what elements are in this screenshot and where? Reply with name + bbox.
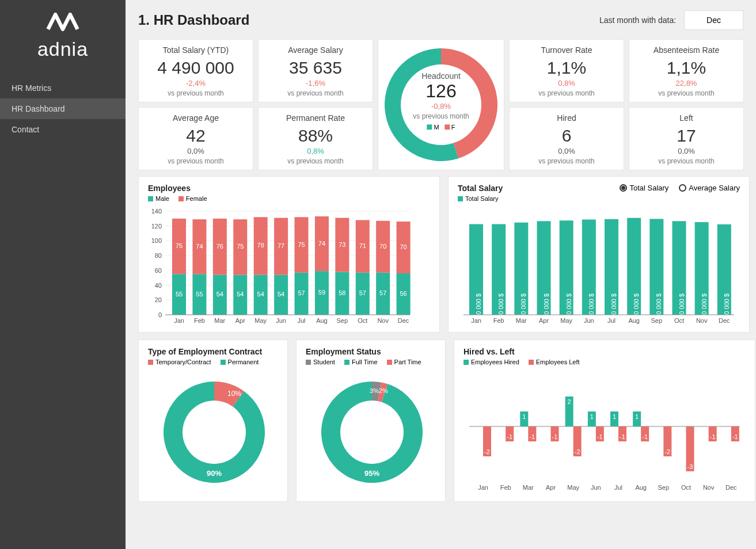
svg-text:Jun: Jun	[276, 317, 286, 324]
svg-text:57: 57	[379, 289, 386, 296]
kpi-hired: Hired 6 0,0% vs previous month	[509, 107, 624, 170]
chart-title: Hired vs. Left	[464, 347, 746, 356]
svg-text:57: 57	[359, 289, 366, 296]
card-contract: Type of Employment Contract Temporary/Co…	[138, 340, 288, 502]
kpi-absenteeism: Absenteeism Rate 1,1% 22,8% vs previous …	[629, 39, 744, 102]
svg-text:54: 54	[278, 291, 284, 298]
svg-text:Jan: Jan	[471, 317, 481, 324]
svg-text:77: 77	[278, 242, 284, 249]
kpi-note: vs previous month	[168, 89, 223, 97]
svg-text:Aug: Aug	[628, 317, 640, 324]
svg-text:Mar: Mar	[516, 317, 527, 324]
svg-text:70: 70	[400, 243, 407, 250]
svg-text:1: 1	[635, 413, 639, 420]
legend-male: Male	[155, 195, 169, 202]
svg-text:80: 80	[155, 252, 162, 259]
card-employees: Employees Male Female 020406080100120140…	[138, 176, 440, 333]
kpi-value: 6	[562, 126, 572, 146]
svg-text:10%: 10%	[227, 390, 241, 398]
svg-text:Nov: Nov	[377, 317, 389, 324]
legend-hired: Employees Hired	[471, 359, 519, 365]
kpi-headcount-donut: Headcount 126 -0,8% vs previous month M …	[378, 39, 504, 170]
svg-text:-1: -1	[732, 433, 738, 440]
kpi-value: 42	[186, 126, 205, 146]
kpi-label: Total Salary (YTD)	[163, 45, 229, 55]
contract-donut: 10%90%	[148, 369, 280, 490]
nav: HR Metrics HR Dashboard Contact	[0, 78, 126, 140]
main: 1. HR Dashboard Last month with data: De…	[126, 0, 756, 549]
card-status: Employment Status Student Full Time Part…	[296, 340, 446, 502]
svg-text:1: 1	[590, 413, 594, 420]
legend-female: Female	[186, 195, 207, 202]
svg-text:60: 60	[155, 267, 162, 274]
svg-text:-2: -2	[664, 448, 670, 455]
svg-text:Oct: Oct	[681, 484, 691, 491]
chart-title: Employment Status	[306, 347, 436, 356]
kpi-note: vs previous month	[658, 89, 714, 97]
svg-text:May: May	[560, 317, 572, 324]
svg-text:Dec: Dec	[398, 317, 409, 324]
chart-title: Type of Employment Contract	[148, 347, 278, 356]
hired-left-chart: -2Jan-1Feb1-1Mar-1Apr2-2May1-1Jun1-1Jul1…	[464, 369, 746, 495]
svg-text:Jun: Jun	[584, 317, 594, 324]
status-donut: 3%2%95%	[306, 369, 438, 490]
radio-label: Average Salary	[689, 184, 740, 192]
nav-hr-dashboard[interactable]: HR Dashboard	[0, 98, 126, 119]
chart-title: Employees	[148, 184, 430, 193]
card-total-salary: Total Salary Total Salary Total Salary A…	[448, 176, 750, 333]
svg-text:120: 120	[151, 223, 162, 230]
last-month-select[interactable]: Dec	[684, 10, 743, 30]
svg-text:0: 0	[158, 311, 162, 318]
legend-f: F	[451, 124, 455, 131]
kpi-delta: -1,6%	[306, 79, 325, 87]
svg-text:3%2%: 3%2%	[370, 387, 388, 394]
radio-total-salary[interactable]: Total Salary	[620, 184, 668, 192]
svg-text:Jan: Jan	[478, 484, 488, 491]
kpi-label: Left	[679, 113, 693, 123]
last-month-label: Last month with data:	[599, 16, 676, 25]
svg-text:Jan: Jan	[174, 317, 184, 324]
svg-text:55: 55	[176, 291, 183, 298]
svg-text:140: 140	[151, 208, 162, 215]
kpi-grid: Total Salary (YTD) 4 490 000 -2,4% vs pr…	[138, 39, 743, 170]
svg-text:75: 75	[237, 243, 244, 250]
svg-text:Jun: Jun	[591, 484, 601, 491]
svg-text:Apr: Apr	[546, 484, 556, 491]
svg-text:Oct: Oct	[674, 317, 684, 324]
svg-text:76: 76	[216, 243, 223, 250]
radio-average-salary[interactable]: Average Salary	[679, 184, 740, 192]
card-hired-left: Hired vs. Left Employees Hired Employees…	[454, 340, 755, 502]
svg-text:Sep: Sep	[651, 317, 663, 324]
svg-text:20: 20	[155, 296, 162, 303]
kpi-value: 1,1%	[667, 58, 706, 78]
kpi-delta: -2,4%	[186, 79, 206, 87]
legend-m: M	[434, 124, 439, 131]
svg-text:Oct: Oct	[358, 317, 367, 324]
svg-text:Feb: Feb	[493, 317, 504, 324]
svg-text:Nov: Nov	[703, 484, 715, 491]
svg-text:54: 54	[216, 291, 223, 298]
svg-text:56: 56	[400, 290, 407, 297]
svg-text:Mar: Mar	[214, 317, 225, 324]
legend-perm: Permanent	[228, 359, 259, 365]
svg-text:Mar: Mar	[523, 484, 534, 491]
svg-text:Jul: Jul	[297, 317, 305, 324]
svg-text:54: 54	[237, 291, 244, 298]
svg-text:40: 40	[155, 282, 162, 289]
svg-text:-1: -1	[642, 433, 648, 440]
kpi-delta: 0,0%	[678, 147, 695, 155]
svg-text:95%: 95%	[364, 469, 379, 478]
svg-text:-1: -1	[597, 433, 603, 440]
kpi-turnover: Turnover Rate 1,1% 0,8% vs previous mont…	[509, 39, 624, 102]
kpi-note: vs previous month	[658, 157, 714, 165]
svg-text:Dec: Dec	[719, 317, 730, 324]
nav-hr-metrics[interactable]: HR Metrics	[0, 78, 126, 98]
page-title: 1. HR Dashboard	[138, 12, 249, 28]
svg-text:74: 74	[318, 240, 325, 247]
kpi-value: 35 635	[289, 58, 342, 78]
brand-logo: adnia	[37, 10, 88, 60]
svg-text:-1: -1	[552, 433, 558, 440]
kpi-note: vs previous month	[287, 157, 343, 165]
nav-contact[interactable]: Contact	[0, 119, 126, 140]
kpi-delta: 0,0%	[187, 147, 204, 155]
